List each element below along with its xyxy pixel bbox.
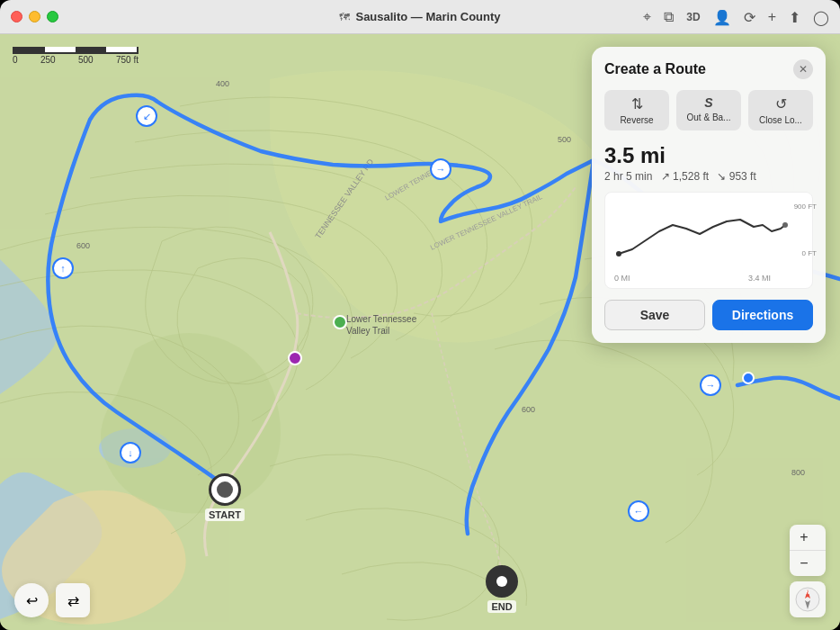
refresh-icon[interactable]: ⟳ xyxy=(744,8,755,25)
directions-button[interactable]: Directions xyxy=(712,300,813,330)
layers-icon[interactable]: ⧉ xyxy=(664,9,674,25)
compass-button[interactable]: N xyxy=(790,581,826,617)
route-time: 2 hr 5 min xyxy=(604,170,652,183)
elevation-svg: 900 FT 0 FT xyxy=(614,200,821,272)
save-button[interactable]: Save xyxy=(604,300,705,330)
add-icon[interactable]: + xyxy=(768,9,776,25)
close-button[interactable] xyxy=(11,11,22,22)
svg-text:800: 800 xyxy=(791,468,805,477)
traffic-lights xyxy=(11,11,58,22)
chart-wrapper: 900 FT 0 FT 0 MI 3.4 MI xyxy=(614,200,803,283)
close-loop-label: Close Lo... xyxy=(759,115,802,125)
out-back-label: Out & Ba... xyxy=(687,112,731,122)
app-window: 🗺 Sausalito — Marin County ⌖ ⧉ 3D 👤 ⟳ + … xyxy=(0,0,840,630)
title-bar: 🗺 Sausalito — Marin County ⌖ ⧉ 3D 👤 ⟳ + … xyxy=(0,0,840,34)
close-loop-button[interactable]: ↺ Close Lo... xyxy=(748,90,813,130)
svg-point-22 xyxy=(743,373,754,383)
profile-icon[interactable]: ◯ xyxy=(813,8,829,25)
back-icon: ↩ xyxy=(26,592,38,609)
back-button[interactable]: ↩ xyxy=(14,583,49,617)
location-icon[interactable]: ⌖ xyxy=(643,9,651,25)
route-options: ⇅ Reverse S Out & Ba... ↺ Close Lo... xyxy=(604,90,813,130)
start-label: START xyxy=(205,508,245,521)
layers-button[interactable]: ⇄ xyxy=(56,583,90,617)
end-label: END xyxy=(487,600,515,613)
route-panel: Create a Route ✕ ⇅ Reverse S Out & Ba...… xyxy=(592,47,826,343)
route-ascent: ↗ 1,528 ft xyxy=(661,170,709,183)
zoom-in-button[interactable]: + xyxy=(790,525,818,550)
reverse-icon: ⇅ xyxy=(631,95,643,112)
map-controls-br: + − N xyxy=(790,525,826,617)
svg-rect-25 xyxy=(614,200,785,258)
svg-text:→: → xyxy=(436,164,446,175)
zoom-out-button[interactable]: − xyxy=(790,551,818,576)
svg-text:600: 600 xyxy=(522,405,535,414)
scale-labels: 0 250 500 750 ft xyxy=(13,55,139,65)
reverse-label: Reverse xyxy=(620,115,653,125)
svg-point-23 xyxy=(334,316,346,328)
maximize-button[interactable] xyxy=(47,11,58,22)
end-marker: END xyxy=(486,565,518,613)
panel-close-button[interactable]: ✕ xyxy=(793,59,813,79)
out-back-button[interactable]: S Out & Ba... xyxy=(676,90,741,130)
svg-text:600: 600 xyxy=(76,241,90,250)
chart-x-start: 0 MI xyxy=(614,274,630,283)
svg-text:↑: ↑ xyxy=(60,263,66,274)
panel-header: Create a Route ✕ xyxy=(604,59,813,79)
route-distance: 3.5 mi xyxy=(604,143,813,168)
svg-point-29 xyxy=(782,222,788,228)
svg-text:400: 400 xyxy=(216,79,229,88)
close-loop-icon: ↺ xyxy=(775,95,787,112)
reverse-button[interactable]: ⇅ Reverse xyxy=(604,90,669,130)
share-icon[interactable]: ⬆ xyxy=(789,8,800,25)
title-bar-center: 🗺 Sausalito — Marin County xyxy=(339,10,500,23)
layers-filter-icon: ⇄ xyxy=(67,592,79,609)
route-meta: 2 hr 5 min ↗ 1,528 ft ↘ 953 ft xyxy=(604,170,813,183)
svg-point-28 xyxy=(616,251,621,256)
svg-text:→: → xyxy=(706,380,716,391)
route-stats: 3.5 mi 2 hr 5 min ↗ 1,528 ft ↘ 953 ft xyxy=(604,143,813,183)
svg-text:500: 500 xyxy=(558,135,571,144)
route-descent: ↘ 953 ft xyxy=(717,170,755,183)
map-controls-bl: ↩ ⇄ xyxy=(14,583,90,617)
action-buttons: Save Directions xyxy=(604,300,813,330)
people-icon[interactable]: 👤 xyxy=(713,8,731,25)
chart-x-labels: 0 MI 3.4 MI xyxy=(614,274,803,283)
chart-x-end: 3.4 MI xyxy=(748,274,771,283)
scale-ruler xyxy=(13,47,139,54)
scale-bar: 0 250 500 750 ft xyxy=(13,47,139,65)
place-label: Lower TennesseeValley Trail xyxy=(346,313,416,337)
zoom-controls: + − xyxy=(790,525,826,576)
svg-text:↓: ↓ xyxy=(128,447,133,458)
threed-button[interactable]: 3D xyxy=(686,11,700,23)
out-back-icon: S xyxy=(704,95,712,110)
minimize-button[interactable] xyxy=(29,11,40,22)
start-marker: START xyxy=(205,473,245,521)
svg-text:0 FT: 0 FT xyxy=(802,249,818,257)
toolbar-right: ⌖ ⧉ 3D 👤 ⟳ + ⬆ ◯ xyxy=(643,8,829,25)
svg-point-24 xyxy=(289,352,301,364)
window-title: Sausalito — Marin County xyxy=(355,10,500,23)
window-icon: 🗺 xyxy=(339,11,350,23)
elevation-chart: 900 FT 0 FT 0 MI 3.4 MI xyxy=(604,192,813,289)
svg-text:900 FT: 900 FT xyxy=(794,202,817,211)
svg-text:N: N xyxy=(806,590,809,595)
map-container[interactable]: TENNESSEE VALLEY RD LOWER TENNESSE... LO… xyxy=(0,34,840,630)
panel-title: Create a Route xyxy=(604,61,706,77)
svg-text:←: ← xyxy=(634,506,644,517)
svg-text:↙: ↙ xyxy=(143,111,151,122)
